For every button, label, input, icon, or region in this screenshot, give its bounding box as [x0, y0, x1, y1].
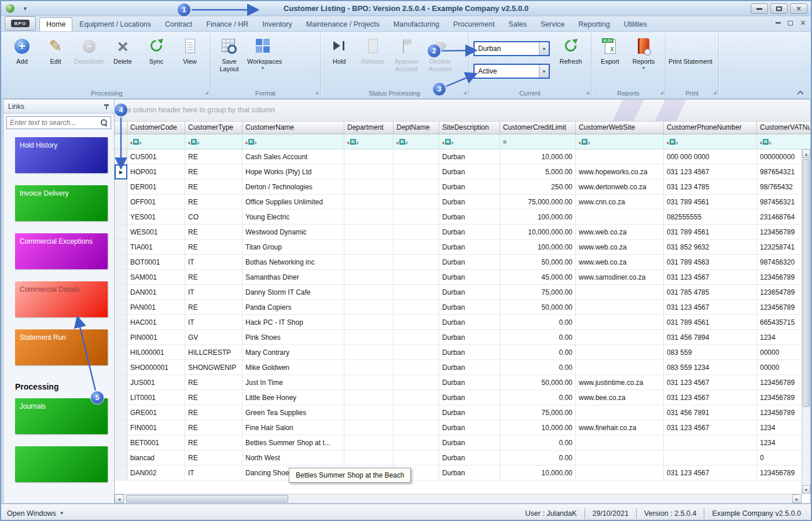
- row-indicator[interactable]: [115, 330, 127, 345]
- row-indicator[interactable]: [115, 255, 127, 270]
- filter-cell-customertype[interactable]: aBc: [185, 134, 243, 149]
- table-row[interactable]: BET0001REBetties Summer Shop at t...Durb…: [115, 435, 811, 450]
- filter-cell-customerphonenumber[interactable]: aBc: [664, 134, 757, 149]
- column-header-sitedescription[interactable]: SiteDescription: [439, 122, 500, 134]
- chevron-down-icon[interactable]: ▼: [539, 65, 549, 78]
- column-header-customertype[interactable]: CustomerType: [185, 122, 243, 134]
- row-indicator[interactable]: [115, 195, 127, 210]
- row-indicator[interactable]: [115, 375, 127, 390]
- table-row[interactable]: JUS001REJust In TimeDurban50,000.00www.j…: [115, 375, 811, 390]
- reports-button[interactable]: Reports▼: [627, 35, 660, 71]
- tab-utilities[interactable]: Utilities: [617, 17, 654, 31]
- row-indicator[interactable]: [115, 450, 127, 465]
- tab-equipment-locations[interactable]: Equipment / Locations: [72, 17, 158, 31]
- filter-cell-customervatnumber[interactable]: aBc: [757, 134, 811, 149]
- row-indicator[interactable]: [115, 179, 127, 195]
- dialog-launcher-icon[interactable]: ◢: [464, 88, 466, 97]
- hold-button[interactable]: Hold: [323, 35, 355, 67]
- filter-cell-customername[interactable]: aBc: [243, 134, 344, 149]
- table-row[interactable]: FIN0001REFine Hair SalonDurban10,000.00w…: [115, 420, 811, 435]
- link-partial[interactable]: [15, 446, 108, 482]
- filter-dropdown-durban[interactable]: Durban▼: [473, 41, 550, 56]
- row-indicator[interactable]: [115, 285, 127, 300]
- titlebar-chevron-icon[interactable]: ▼: [23, 6, 28, 12]
- row-indicator[interactable]: [115, 225, 127, 240]
- workspaces-button[interactable]: Workspaces▼: [247, 35, 279, 71]
- table-row[interactable]: BOT0001ITBothas Networking incDurban50,0…: [115, 255, 811, 270]
- filter-cell-sitedescription[interactable]: aBc: [439, 134, 500, 149]
- row-indicator[interactable]: [115, 390, 127, 405]
- filter-dropdown-active[interactable]: Active▼: [473, 64, 550, 79]
- tab-finance-hr[interactable]: Finance / HR: [199, 17, 255, 31]
- link-statement-run[interactable]: Statement Run: [15, 329, 108, 365]
- maximize-button[interactable]: [770, 3, 788, 14]
- filter-cell-customerwebsite[interactable]: aBc: [576, 134, 664, 149]
- table-row[interactable]: WES001REWestwood DynamicDurban10,000,000…: [115, 225, 811, 240]
- column-header-customervatnumber[interactable]: CustomerVATNumber: [757, 122, 811, 134]
- add-button[interactable]: Add: [6, 35, 38, 67]
- link-commercial-details[interactable]: Commercial Details: [15, 281, 108, 317]
- table-row[interactable]: OFF001REOffice Supplies UnlimitedDurban7…: [115, 195, 811, 210]
- horizontal-scroll-thumb[interactable]: [126, 495, 288, 502]
- collapse-ribbon-chevron-icon[interactable]: [797, 90, 804, 95]
- table-row[interactable]: HAC001ITHack PC - IT ShopDurban0.00031 7…: [115, 315, 811, 330]
- row-indicator[interactable]: [115, 300, 127, 315]
- export-button[interactable]: Export: [594, 35, 626, 67]
- tab-sales[interactable]: Sales: [502, 17, 534, 31]
- table-row[interactable]: DER001REDerton / TechnologiesDurban250.0…: [115, 179, 811, 195]
- row-indicator[interactable]: [115, 405, 127, 420]
- tab-manufacturing[interactable]: Manufacturing: [387, 17, 446, 31]
- row-indicator[interactable]: [115, 420, 127, 435]
- ribbon-restore-icon[interactable]: [788, 21, 793, 25]
- row-selector-arrow[interactable]: [115, 164, 127, 179]
- tab-contract[interactable]: Contract: [158, 17, 199, 31]
- scroll-right-icon[interactable]: ►: [792, 494, 802, 503]
- scroll-up-icon[interactable]: ▲: [802, 149, 810, 158]
- refresh-button[interactable]: Refresh: [554, 35, 587, 67]
- table-row[interactable]: SAM001RESamanthas DinerDurban45,000.00ww…: [115, 270, 811, 285]
- filter-cell-deptname[interactable]: aBc: [394, 134, 439, 149]
- tab-maintenance-projects[interactable]: Maintenance / Projects: [299, 17, 387, 31]
- ribbon-close-icon[interactable]: ✕: [800, 19, 806, 27]
- tab-inventory[interactable]: Inventory: [255, 17, 299, 31]
- row-indicator[interactable]: [115, 360, 127, 375]
- app-icon[interactable]: [6, 4, 14, 13]
- application-button[interactable]: BPO: [5, 16, 36, 31]
- table-row[interactable]: HOP001REHope Works (Pty) LtdDurban5,000.…: [115, 164, 811, 179]
- row-indicator[interactable]: [115, 270, 127, 285]
- sync-button[interactable]: Sync: [140, 35, 172, 67]
- save-layout-button[interactable]: Save Layout: [213, 35, 245, 74]
- table-row[interactable]: DAN001ITDanny Storm IT CafeDurban75,000.…: [115, 285, 811, 300]
- open-windows-button[interactable]: Open Windows ▼: [7, 509, 64, 518]
- table-row[interactable]: biancadRENorth WestDurban0.000: [115, 450, 811, 465]
- row-indicator[interactable]: [115, 210, 127, 225]
- table-row[interactable]: DAN002ITDancing ShoesDurban10,000.00031 …: [115, 465, 811, 480]
- tab-service[interactable]: Service: [534, 17, 572, 31]
- search-input[interactable]: [7, 119, 100, 127]
- table-row[interactable]: CUS001RECash Sales AccountDurban10,000.0…: [115, 149, 811, 164]
- table-row[interactable]: HIL000001HILLCRESTPMary ContraryDurban0.…: [115, 345, 811, 360]
- print-statement-button[interactable]: Print Statement: [668, 35, 713, 67]
- table-row[interactable]: TIA001RETitan GroupDurban100,000.00www.w…: [115, 240, 811, 255]
- filter-cell-customercreditlimit[interactable]: =: [500, 134, 576, 149]
- pin-icon[interactable]: [104, 103, 109, 110]
- dialog-launcher-icon[interactable]: ◢: [714, 88, 717, 97]
- dialog-launcher-icon[interactable]: ◢: [660, 88, 663, 97]
- scroll-down-icon[interactable]: ▼: [802, 485, 810, 494]
- dialog-launcher-icon[interactable]: ◢: [586, 88, 589, 97]
- search-icon[interactable]: [100, 119, 108, 127]
- column-header-customercode[interactable]: CustomerCode: [127, 122, 185, 134]
- table-row[interactable]: GRE001REGreen Tea SuppliesDurban75,000.0…: [115, 405, 811, 420]
- row-indicator[interactable]: [115, 345, 127, 360]
- table-row[interactable]: PAN001REPanda CopiersDurban50,000.00031 …: [115, 300, 811, 315]
- row-indicator[interactable]: [115, 465, 127, 480]
- column-header-customercreditlimit[interactable]: CustomerCreditLimit: [500, 122, 576, 134]
- link-hold-history[interactable]: Hold History: [15, 137, 108, 173]
- dialog-launcher-icon[interactable]: ◢: [205, 88, 208, 97]
- group-by-bar[interactable]: ag a column header here to group by that…: [115, 100, 810, 122]
- delete-button[interactable]: Delete: [106, 35, 139, 67]
- table-row[interactable]: LIT0001RELittle Bee HoneyDurban0.00www.b…: [115, 390, 811, 405]
- filter-cell-customercode[interactable]: aBc: [127, 134, 185, 149]
- close-button[interactable]: ✕: [790, 3, 807, 14]
- table-row[interactable]: SHO000001SHONGWENIPMike GoldwenDurban0.0…: [115, 360, 811, 375]
